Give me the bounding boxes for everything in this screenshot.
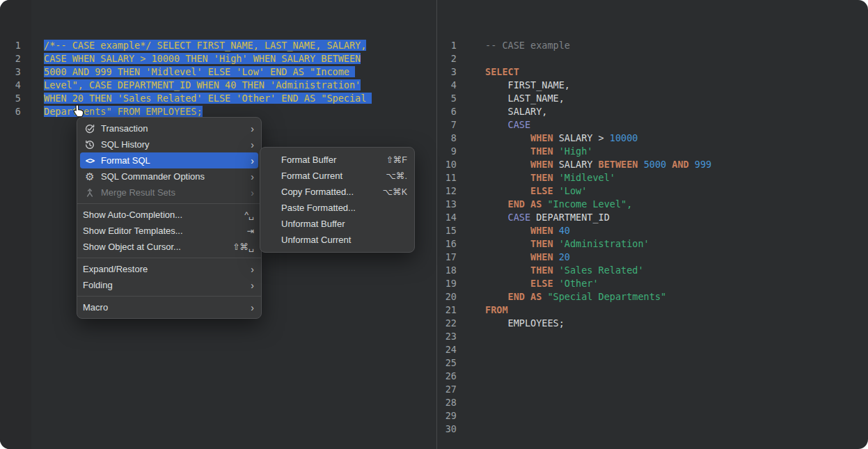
token-num: 20 [559, 251, 570, 262]
left-code-editor[interactable]: /*-- CASE example*/ SELECT FIRST_NAME, L… [44, 39, 372, 118]
menu-item-label: SQL Commander Options [101, 171, 247, 182]
token-kw: BETWEEN [599, 159, 638, 170]
code-line: SELECT [485, 65, 711, 79]
line-number: 26 [437, 370, 457, 383]
token-str: 'Sales Related' [559, 265, 644, 276]
code-line: WHEN SALARY > 10000 [485, 132, 711, 145]
menu-item-format-current[interactable]: Format Current⌥⌘. [260, 168, 414, 184]
code-line: Level", CASE DEPARTMENT_ID WHEN 40 THEN … [44, 79, 372, 92]
menu-item-label: Copy Formatted... [281, 187, 374, 197]
token-id [638, 159, 643, 170]
code-line: ELSE 'Other' [485, 277, 711, 290]
code-line: END AS "Income Level", [485, 198, 711, 211]
code-line: SALARY, [485, 105, 711, 118]
menu-item-sql-commander-options[interactable]: ⚙SQL Commander Options› [77, 168, 261, 184]
line-number: 25 [437, 356, 457, 370]
token-kw: AS [530, 291, 542, 302]
token-num: 10000 [610, 132, 638, 143]
token-id [485, 132, 530, 143]
history-icon [83, 139, 97, 150]
menu-separator [77, 258, 261, 258]
menu-item-unformat-current[interactable]: Unformat Current [260, 232, 414, 248]
token-kw: THEN [530, 238, 553, 249]
line-number: 6 [437, 105, 457, 118]
menu-item-sql-history[interactable]: SQL History› [77, 136, 261, 152]
left-line-numbers: 123456 [0, 39, 21, 118]
menu-item-show-auto-completion[interactable]: Show Auto-Completion...^␣ [77, 207, 261, 223]
line-number: 4 [0, 79, 21, 92]
code-line: -- CASE example [485, 39, 711, 52]
line-number: 19 [437, 277, 457, 290]
token-id [485, 159, 530, 170]
menu-item-show-editor-templates[interactable]: Show Editor Templates...⇥ [77, 223, 261, 239]
menu-item-paste-formatted[interactable]: Paste Formatted... [260, 200, 414, 216]
menu-item-transaction[interactable]: Transaction› [77, 120, 261, 136]
right-code-editor[interactable]: -- CASE exampleSELECT FIRST_NAME, LAST_N… [485, 39, 711, 330]
menu-item-show-object-at-cursor[interactable]: Show Object at Cursor...⇧⌘␣ [77, 239, 261, 255]
menu-separator [77, 203, 261, 204]
line-number: 1 [0, 39, 21, 52]
token-id [485, 265, 530, 276]
menu-item-label: Merge Result Sets [101, 187, 247, 198]
menu-item-folding[interactable]: Folding› [77, 277, 261, 293]
code-line: WHEN 20 THEN 'Sales Related' ELSE 'Other… [44, 92, 372, 105]
code-line: CASE WHEN SALARY > 10000 THEN 'High' WHE… [44, 52, 372, 65]
menu-item-format-buffer[interactable]: Format Buffer⇧⌘F [260, 152, 414, 168]
token-str: "Income Level", [547, 198, 632, 210]
token-kw: WHEN [530, 159, 553, 170]
token-str: 'High' [559, 145, 593, 157]
format-sql-submenu: Format Buffer⇧⌘FFormat Current⌥⌘.Copy Fo… [260, 147, 415, 253]
token-num: 999 [695, 159, 711, 170]
code-line: THEN 'High' [485, 145, 711, 158]
token-str: 'Administration' [559, 238, 649, 249]
menu-item-label: SQL History [101, 139, 247, 150]
token-str: 'Midlevel' [559, 172, 615, 183]
code-line: /*-- CASE example*/ SELECT FIRST_NAME, L… [44, 39, 372, 52]
menu-item-expand-restore[interactable]: Expand/Restore› [77, 261, 261, 277]
line-number: 21 [437, 304, 457, 317]
selected-text: Level", CASE DEPARTMENT_ID WHEN 40 THEN … [44, 79, 361, 90]
line-number: 5 [437, 92, 457, 105]
token-id: SALARY [553, 159, 599, 170]
menu-item-shortcut: ⇧⌘␣ [232, 242, 254, 252]
selected-text: WHEN 20 THEN 'Sales Related' ELSE 'Other… [44, 93, 372, 104]
menu-item-label: Show Editor Templates... [83, 226, 239, 236]
token-kw: WHEN [530, 132, 553, 143]
menu-item-label: Unformat Buffer [281, 219, 407, 229]
token-id [485, 291, 508, 302]
code-line: CASE DEPARTMENT_ID [485, 211, 711, 224]
menu-item-macro[interactable]: Macro› [77, 299, 261, 315]
menu-item-format-sql[interactable]: <>Format SQL› [80, 152, 258, 168]
menu-item-copy-formatted[interactable]: Copy Formatted...⌥⌘K [260, 184, 414, 200]
token-id [553, 145, 559, 157]
line-number: 4 [437, 79, 457, 92]
chevron-right-icon: › [247, 156, 254, 166]
selected-text: Departments" FROM EMPLOYEES; [44, 106, 203, 117]
chevron-right-icon: › [247, 281, 254, 290]
line-number: 1 [437, 39, 457, 52]
line-number: 15 [437, 224, 457, 237]
line-number: 17 [437, 251, 457, 264]
code-line: CASE [485, 118, 711, 132]
token-num: 5000 [644, 159, 667, 170]
menu-item-label: Transaction [101, 123, 247, 134]
line-number: 10 [437, 158, 457, 171]
token-id [485, 119, 508, 130]
line-number: 6 [0, 105, 21, 118]
token-kw: THEN [530, 172, 553, 183]
menu-item-label: Macro [83, 302, 247, 313]
line-number: 8 [437, 132, 457, 145]
menu-item-unformat-buffer[interactable]: Unformat Buffer [260, 216, 414, 232]
token-id [553, 225, 559, 236]
line-number: 14 [437, 211, 457, 224]
line-number: 24 [437, 343, 457, 356]
token-kw: ELSE [530, 185, 553, 196]
line-number: 11 [437, 171, 457, 184]
chevron-right-icon: › [247, 265, 254, 274]
code-line: ELSE 'Low' [485, 184, 711, 198]
token-id: SALARY, [485, 106, 547, 117]
token-id: SALARY > [553, 132, 610, 143]
code-line: FIRST_NAME, [485, 79, 711, 92]
token-id [525, 291, 530, 302]
menu-item-shortcut: ⌥⌘. [386, 171, 407, 181]
